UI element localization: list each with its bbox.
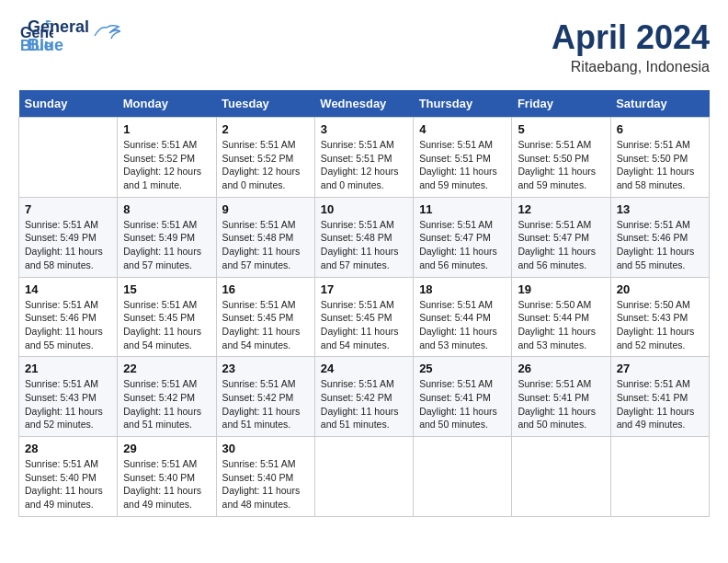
calendar-cell	[610, 437, 709, 517]
day-number: 18	[419, 282, 506, 296]
calendar-cell: 1 Sunrise: 5:51 AMSunset: 5:52 PMDayligh…	[118, 118, 216, 198]
calendar-header-row: SundayMondayTuesdayWednesdayThursdayFrid…	[19, 90, 710, 118]
calendar-cell: 12 Sunrise: 5:51 AMSunset: 5:47 PMDaylig…	[512, 197, 610, 277]
day-number: 29	[123, 442, 210, 455]
calendar-cell: 28 Sunrise: 5:51 AMSunset: 5:40 PMDaylig…	[19, 437, 118, 517]
logo-general-text: General	[28, 18, 89, 37]
day-info: Sunrise: 5:51 AMSunset: 5:41 PMDaylight:…	[419, 378, 497, 430]
day-number: 13	[617, 202, 703, 216]
calendar-cell: 23 Sunrise: 5:51 AMSunset: 5:42 PMDaylig…	[216, 357, 314, 437]
calendar-week-row: 7 Sunrise: 5:51 AMSunset: 5:49 PMDayligh…	[19, 197, 710, 277]
day-info: Sunrise: 5:51 AMSunset: 5:50 PMDaylight:…	[617, 139, 695, 190]
day-info: Sunrise: 5:50 AMSunset: 5:43 PMDaylight:…	[617, 299, 695, 350]
day-number: 10	[321, 202, 407, 216]
calendar-cell: 5 Sunrise: 5:51 AMSunset: 5:50 PMDayligh…	[512, 118, 610, 198]
day-info: Sunrise: 5:51 AMSunset: 5:49 PMDaylight:…	[25, 219, 103, 270]
day-info: Sunrise: 5:51 AMSunset: 5:41 PMDaylight:…	[617, 378, 695, 430]
calendar-cell: 13 Sunrise: 5:51 AMSunset: 5:46 PMDaylig…	[610, 197, 709, 277]
weekday-header-thursday: Thursday	[414, 90, 512, 118]
calendar-cell: 29 Sunrise: 5:51 AMSunset: 5:40 PMDaylig…	[118, 437, 216, 517]
weekday-header-friday: Friday	[512, 90, 610, 118]
day-info: Sunrise: 5:51 AMSunset: 5:46 PMDaylight:…	[617, 219, 695, 270]
calendar-cell: 2 Sunrise: 5:51 AMSunset: 5:52 PMDayligh…	[216, 118, 314, 198]
day-number: 25	[419, 362, 506, 375]
title-section: April 2024 Ritaebang, Indonesia	[552, 18, 710, 75]
calendar-cell	[314, 437, 413, 517]
calendar-cell	[512, 437, 610, 517]
calendar-cell: 17 Sunrise: 5:51 AMSunset: 5:45 PMDaylig…	[314, 277, 413, 357]
day-info: Sunrise: 5:51 AMSunset: 5:51 PMDaylight:…	[321, 139, 399, 190]
logo: General Blue General Blue	[18, 18, 120, 55]
day-number: 6	[617, 122, 703, 136]
calendar-cell: 16 Sunrise: 5:51 AMSunset: 5:45 PMDaylig…	[216, 277, 314, 357]
day-number: 5	[518, 122, 604, 136]
calendar-cell: 24 Sunrise: 5:51 AMSunset: 5:42 PMDaylig…	[314, 357, 413, 437]
calendar-cell: 3 Sunrise: 5:51 AMSunset: 5:51 PMDayligh…	[314, 118, 413, 198]
calendar-cell: 4 Sunrise: 5:51 AMSunset: 5:51 PMDayligh…	[414, 118, 512, 198]
day-info: Sunrise: 5:51 AMSunset: 5:42 PMDaylight:…	[321, 378, 399, 430]
calendar-cell: 10 Sunrise: 5:51 AMSunset: 5:48 PMDaylig…	[314, 197, 413, 277]
day-number: 7	[25, 202, 111, 216]
day-number: 24	[321, 362, 407, 375]
calendar-cell: 19 Sunrise: 5:50 AMSunset: 5:44 PMDaylig…	[512, 277, 610, 357]
day-info: Sunrise: 5:51 AMSunset: 5:45 PMDaylight:…	[222, 299, 301, 350]
weekday-header-monday: Monday	[118, 90, 216, 118]
calendar-cell: 18 Sunrise: 5:51 AMSunset: 5:44 PMDaylig…	[414, 277, 512, 357]
day-info: Sunrise: 5:51 AMSunset: 5:47 PMDaylight:…	[419, 219, 497, 270]
day-number: 23	[222, 362, 309, 375]
calendar-cell: 22 Sunrise: 5:51 AMSunset: 5:42 PMDaylig…	[118, 357, 216, 437]
day-info: Sunrise: 5:51 AMSunset: 5:44 PMDaylight:…	[419, 299, 497, 350]
day-info: Sunrise: 5:51 AMSunset: 5:42 PMDaylight:…	[222, 378, 301, 430]
day-number: 4	[419, 122, 506, 136]
calendar-cell: 26 Sunrise: 5:51 AMSunset: 5:41 PMDaylig…	[512, 357, 610, 437]
calendar-cell: 8 Sunrise: 5:51 AMSunset: 5:49 PMDayligh…	[118, 197, 216, 277]
calendar-week-row: 14 Sunrise: 5:51 AMSunset: 5:46 PMDaylig…	[19, 277, 710, 357]
calendar-table: SundayMondayTuesdayWednesdayThursdayFrid…	[18, 90, 710, 517]
calendar-week-row: 21 Sunrise: 5:51 AMSunset: 5:43 PMDaylig…	[19, 357, 710, 437]
day-number: 27	[617, 362, 703, 375]
calendar-cell: 15 Sunrise: 5:51 AMSunset: 5:45 PMDaylig…	[118, 277, 216, 357]
page-header: General Blue General Blue April 2024 Rit…	[18, 18, 710, 75]
day-number: 20	[617, 282, 703, 296]
calendar-cell: 14 Sunrise: 5:51 AMSunset: 5:46 PMDaylig…	[19, 277, 118, 357]
day-info: Sunrise: 5:51 AMSunset: 5:40 PMDaylight:…	[123, 458, 201, 510]
location: Ritaebang, Indonesia	[552, 59, 710, 75]
day-number: 16	[222, 282, 309, 296]
day-info: Sunrise: 5:50 AMSunset: 5:44 PMDaylight:…	[518, 299, 596, 350]
day-info: Sunrise: 5:51 AMSunset: 5:52 PMDaylight:…	[123, 139, 201, 190]
calendar-cell: 7 Sunrise: 5:51 AMSunset: 5:49 PMDayligh…	[19, 197, 118, 277]
weekday-header-sunday: Sunday	[19, 90, 118, 118]
calendar-cell: 9 Sunrise: 5:51 AMSunset: 5:48 PMDayligh…	[216, 197, 314, 277]
day-info: Sunrise: 5:51 AMSunset: 5:48 PMDaylight:…	[222, 219, 301, 270]
day-number: 11	[419, 202, 506, 216]
day-number: 3	[321, 122, 407, 136]
calendar-cell: 11 Sunrise: 5:51 AMSunset: 5:47 PMDaylig…	[414, 197, 512, 277]
day-number: 1	[123, 122, 210, 136]
day-number: 28	[25, 442, 111, 455]
calendar-cell: 6 Sunrise: 5:51 AMSunset: 5:50 PMDayligh…	[610, 118, 709, 198]
calendar-week-row: 28 Sunrise: 5:51 AMSunset: 5:40 PMDaylig…	[19, 437, 710, 517]
calendar-cell	[19, 118, 118, 198]
day-number: 9	[222, 202, 309, 216]
day-info: Sunrise: 5:51 AMSunset: 5:49 PMDaylight:…	[123, 219, 201, 270]
day-info: Sunrise: 5:51 AMSunset: 5:52 PMDaylight:…	[222, 139, 301, 190]
day-number: 30	[222, 442, 309, 455]
weekday-header-tuesday: Tuesday	[216, 90, 314, 118]
calendar-cell: 25 Sunrise: 5:51 AMSunset: 5:41 PMDaylig…	[414, 357, 512, 437]
month-title: April 2024	[552, 18, 710, 57]
day-info: Sunrise: 5:51 AMSunset: 5:47 PMDaylight:…	[518, 219, 596, 270]
calendar-week-row: 1 Sunrise: 5:51 AMSunset: 5:52 PMDayligh…	[19, 118, 710, 198]
day-info: Sunrise: 5:51 AMSunset: 5:48 PMDaylight:…	[321, 219, 399, 270]
day-info: Sunrise: 5:51 AMSunset: 5:42 PMDaylight:…	[123, 378, 201, 430]
day-number: 19	[518, 282, 604, 296]
day-number: 21	[25, 362, 111, 375]
day-info: Sunrise: 5:51 AMSunset: 5:50 PMDaylight:…	[518, 139, 596, 190]
calendar-cell: 27 Sunrise: 5:51 AMSunset: 5:41 PMDaylig…	[610, 357, 709, 437]
day-info: Sunrise: 5:51 AMSunset: 5:45 PMDaylight:…	[123, 299, 201, 350]
day-info: Sunrise: 5:51 AMSunset: 5:46 PMDaylight:…	[25, 299, 103, 350]
day-number: 14	[25, 282, 111, 296]
logo-blue-text: Blue	[28, 37, 89, 55]
weekday-header-wednesday: Wednesday	[314, 90, 413, 118]
day-info: Sunrise: 5:51 AMSunset: 5:51 PMDaylight:…	[419, 139, 497, 190]
day-number: 2	[222, 122, 309, 136]
